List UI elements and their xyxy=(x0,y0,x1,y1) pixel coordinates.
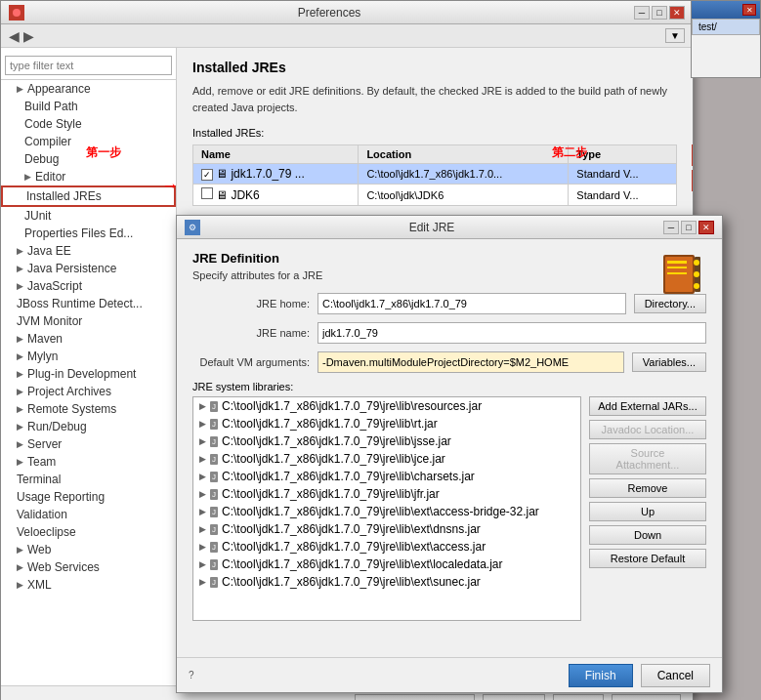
sidebar-item-mylyn[interactable]: ▶ Mylyn xyxy=(1,348,176,365)
table-row[interactable]: ✓ 🖥 jdk1.7.0_79 ... C:\tool\jdk1.7_x86\j… xyxy=(193,164,677,185)
svg-point-9 xyxy=(694,283,699,289)
sidebar-item-veloeclipse[interactable]: Veloeclipse xyxy=(1,523,176,541)
close-btn[interactable]: ✕ xyxy=(669,6,685,20)
sidebar-item-jboss[interactable]: JBoss Runtime Detect... xyxy=(1,295,176,312)
add-external-jars-button[interactable]: Add External JARs... xyxy=(589,396,706,416)
sidebar-item-code-style[interactable]: Code Style xyxy=(1,115,176,133)
list-item[interactable]: ▶ J C:\tool\jdk1.7_x86\jdk1.7.0_79\jre\l… xyxy=(193,503,580,520)
libs-label: JRE system libraries: xyxy=(192,381,706,392)
sidebar-item-properties[interactable]: Properties Files Ed... xyxy=(1,225,176,242)
sidebar-item-label: Web Services xyxy=(27,560,100,574)
sidebar-item-maven[interactable]: ▶ Maven xyxy=(1,330,176,348)
edit-button[interactable]: Edit... xyxy=(692,170,693,191)
section-description: Add, remove or edit JRE definitions. By … xyxy=(192,83,677,115)
modal-close-btn[interactable]: ✕ xyxy=(698,221,714,234)
cancel-button[interactable]: Cancel xyxy=(612,694,681,701)
sidebar-item-web-services[interactable]: ▶ Web Services xyxy=(1,558,176,576)
sidebar-item-appearance[interactable]: ▶ Appearance xyxy=(1,80,176,98)
sidebar-item-run-debug[interactable]: ▶ Run/Debug xyxy=(1,418,176,435)
list-item[interactable]: ▶ J C:\tool\jdk1.7_x86\jdk1.7.0_79\jre\l… xyxy=(193,520,580,538)
filter-input[interactable] xyxy=(5,56,172,75)
javadoc-location-button[interactable]: Javadoc Location... xyxy=(589,420,706,439)
expand-icon: ▶ xyxy=(17,369,23,379)
finish-button[interactable]: Finish xyxy=(569,664,633,687)
forward-arrow[interactable]: ▶ xyxy=(23,28,34,44)
modal-footer: ? Finish Cancel xyxy=(177,657,722,692)
sidebar-item-label: Mylyn xyxy=(27,350,58,363)
jre-name: 🖥 JDK6 xyxy=(216,188,260,202)
nav-btn1[interactable]: ▼ xyxy=(665,28,685,43)
table-row[interactable]: 🖥 JDK6 C:\tool\jdk\JDK6 Standard V... xyxy=(193,185,677,206)
sidebar-item-team[interactable]: ▶ Team xyxy=(1,453,176,471)
step1-arrow: → xyxy=(161,176,179,196)
expand-icon: ▶ xyxy=(199,489,206,499)
ok-button[interactable]: OK xyxy=(553,694,603,701)
list-item[interactable]: ▶ J C:\tool\jdk1.7_x86\jdk1.7.0_79\jre\l… xyxy=(193,556,580,573)
minimize-btn[interactable]: ─ xyxy=(634,6,650,20)
jre-home-input[interactable] xyxy=(317,293,626,314)
lib-path: C:\tool\jdk1.7_x86\jdk1.7.0_79\jre\lib\e… xyxy=(222,575,481,589)
restore-defaults-button[interactable]: Restore Defaults xyxy=(355,694,475,701)
test-close-btn[interactable]: ✕ xyxy=(742,4,756,16)
svg-point-0 xyxy=(13,9,21,17)
modal-body: JRE Definition Specify attributes for a … xyxy=(177,239,722,633)
list-item[interactable]: ▶ J C:\tool\jdk1.7_x86\jdk1.7.0_79\jre\l… xyxy=(193,415,580,432)
list-item[interactable]: ▶ J C:\tool\jdk1.7_x86\jdk1.7.0_79\jre\l… xyxy=(193,397,580,415)
sidebar-item-label: Run/Debug xyxy=(27,420,87,433)
sidebar-item-java-ee[interactable]: ▶ Java EE xyxy=(1,242,176,260)
sidebar-item-editor[interactable]: ▶ Editor xyxy=(1,168,176,185)
remove-button[interactable]: Remove xyxy=(589,478,706,498)
list-item[interactable]: ▶ J C:\tool\jdk1.7_x86\jdk1.7.0_79\jre\l… xyxy=(193,450,580,468)
vm-args-input[interactable] xyxy=(317,351,624,373)
sidebar-item-usage-reporting[interactable]: Usage Reporting xyxy=(1,488,176,506)
apply-button[interactable]: Apply xyxy=(483,694,545,701)
lib-path: C:\tool\jdk1.7_x86\jdk1.7.0_79\jre\lib\e… xyxy=(222,522,481,536)
list-item[interactable]: ▶ J C:\tool\jdk1.7_x86\jdk1.7.0_79\jre\l… xyxy=(193,538,580,556)
sidebar-item-installed-jres[interactable]: Installed JREs xyxy=(1,185,176,207)
list-item[interactable]: ▶ J C:\tool\jdk1.7_x86\jdk1.7.0_79\jre\l… xyxy=(193,485,580,503)
down-button[interactable]: Down xyxy=(589,525,706,545)
sidebar-item-terminal[interactable]: Terminal xyxy=(1,471,176,488)
test-tab[interactable]: test/ xyxy=(692,19,760,35)
jar-icon: J xyxy=(210,401,218,412)
sidebar-item-label: Validation xyxy=(17,508,67,521)
restore-default-button[interactable]: Restore Default xyxy=(589,549,706,568)
add-button[interactable]: Add... xyxy=(692,144,693,166)
sidebar-item-xml[interactable]: ▶ XML xyxy=(1,576,176,594)
jre-checkbox[interactable]: ✓ xyxy=(201,169,213,181)
filter-box xyxy=(1,52,176,80)
modal-maximize-btn[interactable]: □ xyxy=(681,221,697,234)
libs-list[interactable]: ▶ J C:\tool\jdk1.7_x86\jdk1.7.0_79\jre\l… xyxy=(192,396,581,621)
expand-icon: ▶ xyxy=(199,472,206,481)
list-item[interactable]: ▶ J C:\tool\jdk1.7_x86\jdk1.7.0_79\jre\l… xyxy=(193,573,580,591)
maximize-btn[interactable]: □ xyxy=(652,6,667,20)
sidebar-item-junit[interactable]: JUnit xyxy=(1,207,176,225)
sidebar-item-jvm-monitor[interactable]: JVM Monitor xyxy=(1,312,176,330)
jre-type: Standard V... xyxy=(569,164,677,185)
modal-minimize-btn[interactable]: ─ xyxy=(663,221,679,234)
expand-icon: ▶ xyxy=(199,524,206,534)
sidebar-item-javascript[interactable]: ▶ JavaScript xyxy=(1,277,176,295)
up-button[interactable]: Up xyxy=(589,502,706,521)
help-icon[interactable]: ? xyxy=(189,670,194,680)
source-attachment-button[interactable]: Source Attachment... xyxy=(589,443,706,474)
sidebar-item-remote-systems[interactable]: ▶ Remote Systems xyxy=(1,400,176,418)
sidebar-item-plugin-dev[interactable]: ▶ Plug-in Development xyxy=(1,365,176,383)
sidebar-item-build-path[interactable]: Build Path xyxy=(1,98,176,115)
variables-button[interactable]: Variables... xyxy=(632,352,706,372)
jre-checkbox[interactable] xyxy=(201,187,213,199)
jre-name-input[interactable] xyxy=(317,322,706,344)
sidebar-item-server[interactable]: ▶ Server xyxy=(1,435,176,453)
expand-icon: ▶ xyxy=(199,454,206,464)
sidebar-item-project-archives[interactable]: ▶ Project Archives xyxy=(1,383,176,400)
sidebar-item-validation[interactable]: Validation xyxy=(1,506,176,523)
expand-icon: ▶ xyxy=(17,580,23,590)
list-item[interactable]: ▶ J C:\tool\jdk1.7_x86\jdk1.7.0_79\jre\l… xyxy=(193,468,580,485)
sidebar-item-label: Team xyxy=(27,455,56,469)
back-arrow[interactable]: ◀ xyxy=(9,28,20,44)
modal-title: Edit JRE xyxy=(200,221,663,234)
list-item[interactable]: ▶ J C:\tool\jdk1.7_x86\jdk1.7.0_79\jre\l… xyxy=(193,432,580,450)
sidebar-item-java-persistence[interactable]: ▶ Java Persistence xyxy=(1,260,176,277)
sidebar-item-web[interactable]: ▶ Web xyxy=(1,541,176,558)
modal-cancel-button[interactable]: Cancel xyxy=(641,664,710,687)
